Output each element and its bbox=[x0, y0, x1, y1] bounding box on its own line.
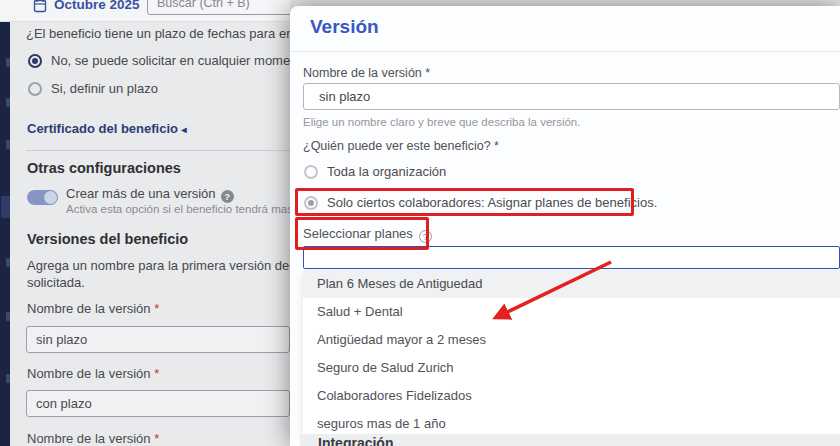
annotation-rect-radio bbox=[295, 188, 634, 216]
radio-option-whole-org[interactable]: Toda la organización bbox=[304, 164, 446, 179]
topbar: Octubre 2025 Buscar (Ctrl + B) bbox=[0, 0, 290, 22]
section-divider bbox=[26, 150, 290, 151]
version-name-label: Nombre de la versión * bbox=[27, 431, 159, 446]
modal-version-name-input[interactable] bbox=[303, 83, 840, 110]
radio-label: Toda la organización bbox=[327, 164, 446, 179]
toggle-knob bbox=[44, 191, 57, 204]
visibility-question-label: ¿Quién puede ver este beneficio? * bbox=[303, 139, 499, 153]
dropdown-item[interactable]: Seguro de Salud Zurich bbox=[303, 354, 840, 382]
help-icon[interactable]: ? bbox=[221, 190, 234, 203]
sidebar-icon bbox=[6, 98, 10, 107]
radio-label: No, se puede solicitar en cualquier mome… bbox=[51, 53, 290, 68]
certificate-link[interactable]: Certificado del beneficio ◂ bbox=[27, 121, 187, 136]
search-input[interactable]: Buscar (Ctrl + B) bbox=[147, 0, 290, 15]
dropdown-item[interactable]: Colaboradores Fidelizados bbox=[303, 382, 840, 410]
dropdown-item[interactable]: Salud + Dental bbox=[303, 298, 840, 326]
radio-unselected-icon[interactable] bbox=[28, 82, 42, 96]
versions-description-line1: Agrega un nombre para la primera versión… bbox=[27, 258, 290, 273]
version-name-input-1[interactable] bbox=[26, 326, 290, 353]
sidebar-icon bbox=[6, 140, 10, 149]
modal-version-name-label: Nombre de la versión * bbox=[303, 66, 430, 80]
sidebar-icon-active bbox=[1, 196, 10, 218]
versions-heading: Versiones del beneficio bbox=[27, 231, 188, 247]
version-name-input-2[interactable] bbox=[26, 390, 290, 417]
radio-label: Si, definir un plazo bbox=[51, 81, 158, 96]
radio-unselected-icon[interactable] bbox=[304, 165, 318, 179]
modal-version-name-help: Elige un nombre claro y breve que descri… bbox=[303, 116, 580, 128]
integration-heading: Integración bbox=[318, 435, 393, 446]
radio-option-define-deadline[interactable]: Si, definir un plazo bbox=[28, 81, 158, 96]
other-settings-heading: Otras configuraciones bbox=[27, 160, 181, 176]
search-placeholder: Buscar (Ctrl + B) bbox=[157, 0, 250, 10]
create-more-versions-toggle[interactable] bbox=[27, 190, 58, 205]
version-name-label: Nombre de la versión * bbox=[27, 366, 159, 381]
modal-title-divider bbox=[290, 51, 840, 52]
dropdown-item[interactable]: Plan 6 Meses de Antiguedad bbox=[303, 270, 840, 298]
toggle-label: Crear más de una versión? bbox=[66, 186, 234, 203]
sidebar-icon bbox=[6, 374, 10, 383]
app-sidebar[interactable] bbox=[0, 22, 10, 446]
annotation-rect-select-plans bbox=[295, 217, 429, 250]
period-selector[interactable]: Octubre 2025 bbox=[54, 0, 140, 12]
versions-description-line2: solicitada. bbox=[27, 275, 85, 290]
sidebar-icon bbox=[6, 312, 10, 321]
version-name-label: Nombre de la versión * bbox=[27, 301, 159, 316]
radio-option-no-deadline[interactable]: No, se puede solicitar en cualquier mome… bbox=[28, 53, 290, 68]
sidebar-icon bbox=[6, 58, 10, 67]
modal-title: Versión bbox=[310, 16, 379, 38]
plans-dropdown: Plan 6 Meses de Antiguedad Salud + Denta… bbox=[303, 270, 840, 434]
dropdown-item[interactable]: Antigüedad mayor a 2 meses bbox=[303, 326, 840, 354]
certificate-link-label: Certificado del beneficio bbox=[27, 121, 178, 136]
sidebar-icon bbox=[6, 258, 10, 267]
screen: Octubre 2025 Buscar (Ctrl + B) ¿El benef… bbox=[0, 0, 840, 446]
collapse-arrow-icon: ◂ bbox=[182, 124, 187, 135]
calendar-icon[interactable] bbox=[33, 0, 47, 13]
background-panel: Octubre 2025 Buscar (Ctrl + B) ¿El benef… bbox=[0, 0, 290, 446]
toggle-help-text: Activa esta opción si el beneficio tendr… bbox=[66, 203, 290, 215]
dropdown-item[interactable]: seguros mas de 1 año bbox=[303, 410, 840, 434]
radio-selected-icon[interactable] bbox=[28, 54, 42, 68]
deadline-question: ¿El beneficio tiene un plazo de fechas p… bbox=[26, 26, 290, 41]
